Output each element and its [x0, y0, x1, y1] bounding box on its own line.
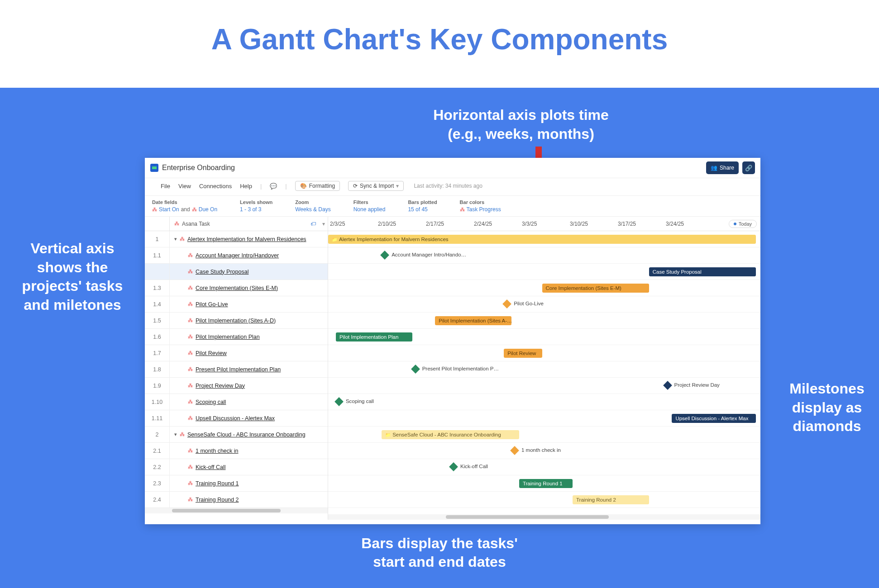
task-row[interactable]: 1.7⁂Pilot Review [145, 345, 328, 361]
task-link[interactable]: 1 month check in [196, 448, 239, 454]
gantt-bar[interactable]: Pilot Review [504, 349, 542, 358]
copy-link-button[interactable]: 🔗 [742, 161, 755, 174]
task-link[interactable]: Pilot Go-Live [196, 301, 228, 308]
task-link[interactable]: Alertex Implementation for Malvern Resid… [187, 236, 306, 242]
milestone-diamond[interactable] [380, 251, 389, 260]
asana-icon: ⁂ [188, 383, 193, 389]
task-link[interactable]: Training Round 1 [196, 480, 239, 487]
link-icon: 🔗 [745, 165, 752, 171]
gantt-bar[interactable]: Training Round 1 [519, 479, 573, 488]
task-link[interactable]: Core Implementation (Sites E-M) [196, 285, 278, 291]
milestone-diamond[interactable] [449, 462, 458, 471]
task-link[interactable]: Pilot Implementation (Sites A-D) [196, 318, 276, 324]
task-row[interactable]: 2.1⁂1 month check in [145, 443, 328, 459]
annotation-top: Horizontal axis plots time (e.g., weeks,… [385, 106, 657, 143]
task-row[interactable]: 2▾⁂SenseSafe Cloud - ABC Insurance Onboa… [145, 427, 328, 443]
chat-icon[interactable]: 💬 [270, 183, 277, 190]
tag-icon[interactable]: 🏷 [311, 221, 316, 227]
milestone-diamond[interactable] [510, 446, 519, 455]
sync-import-button[interactable]: ⟳ Sync & Import ▾ [348, 181, 404, 191]
filter-zoom[interactable]: Zoom Weeks & Days [295, 199, 330, 213]
task-row-number: 1.4 [145, 296, 170, 312]
gantt-row: Training Round 1 [328, 475, 760, 492]
gantt-bar[interactable]: Case Study Proposal [649, 267, 756, 276]
task-row[interactable]: 1.5⁂Pilot Implementation (Sites A-D) [145, 313, 328, 329]
asana-icon: ⁂ [188, 366, 193, 372]
caret-icon[interactable]: ▾ [174, 236, 177, 242]
task-row[interactable]: 2.2⁂Kick-off Call [145, 459, 328, 475]
gantt-bar[interactable]: SenseSafe Cloud - ABC Insurance Onboardi… [382, 430, 519, 439]
task-link[interactable]: Pilot Review [196, 350, 227, 356]
menu-file[interactable]: File [161, 183, 170, 190]
asana-icon: ⁂ [188, 318, 193, 323]
milestone-label: Pilot Go-Live [514, 301, 544, 306]
task-row[interactable]: 1.8⁂Present Pilot Implementation Plan [145, 361, 328, 378]
chevron-down-icon[interactable]: ▾ [322, 221, 325, 227]
filter-bars-plotted[interactable]: Bars plotted 15 of 45 [408, 199, 437, 213]
task-row[interactable]: 1.1⁂Account Manager Intro/Handover [145, 247, 328, 264]
task-row[interactable]: 1▾⁂Alertex Implementation for Malvern Re… [145, 231, 328, 247]
asana-icon: ⁂ [180, 432, 185, 437]
horizontal-scrollbar[interactable] [145, 508, 328, 513]
task-row-label: ▾⁂SenseSafe Cloud - ABC Insurance Onboar… [170, 432, 328, 438]
gantt-row: Present Pilot Implementation P… [328, 361, 760, 378]
today-button[interactable]: Today [729, 220, 757, 228]
task-row[interactable]: 1.3⁂Core Implementation (Sites E-M) [145, 280, 328, 296]
gantt-bar[interactable]: Core Implementation (Sites E-M) [542, 284, 649, 293]
task-row[interactable]: 1.6⁂Pilot Implementation Plan [145, 329, 328, 345]
horizontal-scrollbar[interactable] [328, 514, 760, 520]
milestone-diamond[interactable] [334, 397, 344, 406]
milestone-label: Project Review Day [674, 382, 720, 388]
task-link[interactable]: SenseSafe Cloud - ABC Insurance Onboardi… [187, 432, 306, 438]
task-link[interactable]: Account Manager Intro/Handover [196, 252, 279, 259]
task-link[interactable]: Upsell Discussion - Alertex Max [196, 415, 275, 422]
task-link[interactable]: Present Pilot Implementation Plan [196, 366, 281, 373]
asana-icon: ⁂ [188, 448, 193, 454]
menu-view[interactable]: View [178, 183, 191, 190]
task-row-number: 1.6 [145, 329, 170, 345]
task-row-label: ⁂1 month check in [170, 448, 328, 454]
date-tick: 3/3/25 [520, 221, 568, 227]
task-row-number: 1.9 [145, 378, 170, 394]
gantt-bar[interactable]: Upsell Discussion - Alertex Max [672, 414, 756, 423]
gantt-bar[interactable]: Training Round 2 [573, 495, 649, 504]
gantt-bar[interactable]: Pilot Implementation (Sites A-… [435, 316, 511, 325]
task-row-number: 1.10 [145, 394, 170, 410]
share-button[interactable]: 👥 Share [706, 161, 739, 174]
task-row[interactable]: 1.11⁂Upsell Discussion - Alertex Max [145, 410, 328, 427]
gantt-row: Core Implementation (Sites E-M) [328, 280, 760, 296]
refresh-icon: ⟳ [353, 183, 358, 189]
filter-levels[interactable]: Levels shown 1 - 3 of 3 [240, 199, 272, 213]
milestone-label: Present Pilot Implementation P… [422, 366, 499, 371]
task-row[interactable]: ⁂Case Study Proposal [145, 264, 328, 280]
date-tick: 3/24/25 [664, 221, 712, 227]
app-body: ⁂ Asana Task 🏷 ▾ 1▾⁂Alertex Implementati… [145, 217, 760, 520]
date-header: 2/3/252/10/252/17/252/24/253/3/253/10/25… [328, 217, 760, 231]
milestone-diamond[interactable] [502, 299, 511, 308]
task-row[interactable]: 2.4⁂Training Round 2 [145, 492, 328, 508]
task-row[interactable]: 1.4⁂Pilot Go-Live [145, 296, 328, 313]
gantt-bar[interactable]: Alertex Implementation for Malvern Resid… [328, 235, 756, 244]
gantt-bar[interactable]: Pilot Implementation Plan [336, 332, 412, 341]
task-row-number: 1.8 [145, 361, 170, 377]
menu-connections[interactable]: Connections [199, 183, 232, 190]
task-link[interactable]: Scoping call [196, 399, 226, 405]
filter-date-fields[interactable]: Date fields ⁂Start On and ⁂Due On [152, 199, 217, 213]
task-link[interactable]: Case Study Proposal [196, 269, 248, 275]
milestone-diamond[interactable] [663, 381, 672, 390]
task-row[interactable]: 1.9⁂Project Review Day [145, 378, 328, 394]
filter-bar-colors[interactable]: Bar colors ⁂Task Progress [460, 199, 501, 213]
task-row[interactable]: 2.3⁂Training Round 1 [145, 475, 328, 492]
milestone-diamond[interactable] [411, 365, 420, 374]
menu-help[interactable]: Help [240, 183, 252, 190]
task-link[interactable]: Project Review Day [196, 383, 245, 389]
caret-icon[interactable]: ▾ [174, 432, 177, 437]
task-link[interactable]: Training Round 2 [196, 497, 239, 503]
asana-icon: ⁂ [174, 221, 179, 227]
filter-filters[interactable]: Filters None applied [354, 199, 386, 213]
task-link[interactable]: Kick-off Call [196, 464, 225, 470]
formatting-button[interactable]: 🎨 Formatting [295, 181, 340, 191]
task-link[interactable]: Pilot Implementation Plan [196, 334, 260, 340]
task-row[interactable]: 1.10⁂Scoping call [145, 394, 328, 410]
task-row-label: ⁂Scoping call [170, 399, 328, 405]
